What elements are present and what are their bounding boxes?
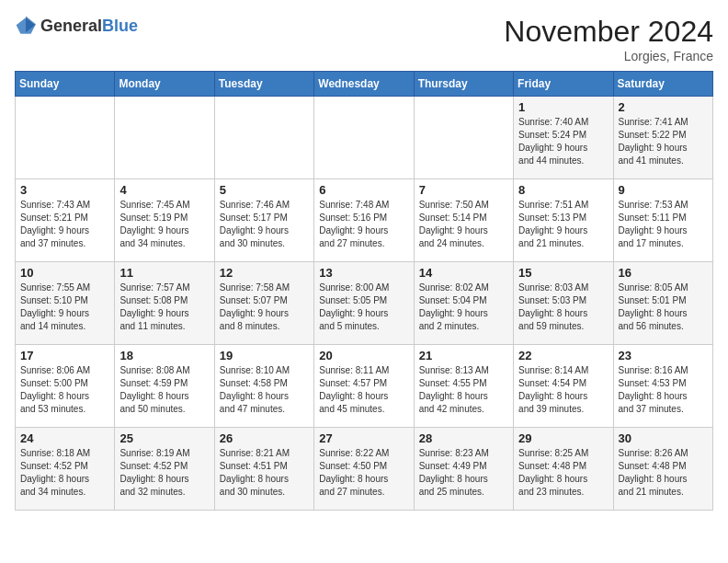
weekday-header: Saturday — [613, 72, 712, 97]
day-info: Sunrise: 8:03 AM Sunset: 5:03 PM Dayligh… — [518, 282, 608, 333]
calendar-week-row: 1Sunrise: 7:40 AM Sunset: 5:24 PM Daylig… — [16, 97, 713, 179]
day-number: 29 — [518, 431, 608, 445]
day-number: 5 — [220, 183, 309, 197]
calendar-day-cell: 10Sunrise: 7:55 AM Sunset: 5:10 PM Dayli… — [16, 262, 115, 345]
calendar-day-cell: 7Sunrise: 7:50 AM Sunset: 5:14 PM Daylig… — [414, 179, 513, 262]
day-info: Sunrise: 8:26 AM Sunset: 4:48 PM Dayligh… — [619, 447, 708, 499]
calendar-day-cell: 27Sunrise: 8:22 AM Sunset: 4:50 PM Dayli… — [314, 428, 414, 511]
location: Lorgies, France — [504, 49, 713, 63]
calendar-day-cell — [16, 97, 115, 179]
calendar-day-cell: 6Sunrise: 7:48 AM Sunset: 5:16 PM Daylig… — [314, 179, 414, 262]
page-header: GeneralBlue November 2024 Lorgies, Franc… — [15, 15, 713, 63]
day-number: 1 — [518, 100, 608, 114]
day-info: Sunrise: 8:18 AM Sunset: 4:52 PM Dayligh… — [20, 447, 109, 499]
day-number: 19 — [220, 349, 309, 362]
calendar-day-cell: 1Sunrise: 7:40 AM Sunset: 5:24 PM Daylig… — [514, 97, 613, 179]
weekday-header: Monday — [115, 72, 214, 97]
day-number: 10 — [20, 266, 109, 280]
day-info: Sunrise: 7:43 AM Sunset: 5:21 PM Dayligh… — [20, 199, 109, 250]
day-info: Sunrise: 7:48 AM Sunset: 5:16 PM Dayligh… — [319, 199, 408, 250]
calendar-day-cell: 21Sunrise: 8:13 AM Sunset: 4:55 PM Dayli… — [414, 345, 513, 428]
calendar-day-cell: 26Sunrise: 8:21 AM Sunset: 4:51 PM Dayli… — [214, 428, 313, 511]
day-number: 24 — [20, 431, 109, 445]
day-info: Sunrise: 7:57 AM Sunset: 5:08 PM Dayligh… — [119, 282, 209, 333]
day-info: Sunrise: 8:08 AM Sunset: 4:59 PM Dayligh… — [119, 364, 209, 416]
day-info: Sunrise: 7:50 AM Sunset: 5:14 PM Dayligh… — [419, 199, 508, 250]
calendar-table: SundayMondayTuesdayWednesdayThursdayFrid… — [15, 71, 713, 511]
weekday-header: Sunday — [16, 72, 115, 97]
calendar-day-cell: 28Sunrise: 8:23 AM Sunset: 4:49 PM Dayli… — [414, 428, 513, 511]
day-number: 8 — [518, 183, 608, 197]
logo: GeneralBlue — [15, 15, 138, 37]
calendar-day-cell — [314, 97, 414, 179]
day-info: Sunrise: 7:40 AM Sunset: 5:24 PM Dayligh… — [518, 116, 608, 167]
day-info: Sunrise: 7:53 AM Sunset: 5:11 PM Dayligh… — [619, 199, 708, 250]
day-info: Sunrise: 8:19 AM Sunset: 4:52 PM Dayligh… — [119, 447, 209, 499]
day-info: Sunrise: 8:16 AM Sunset: 4:53 PM Dayligh… — [619, 364, 708, 416]
day-info: Sunrise: 7:41 AM Sunset: 5:22 PM Dayligh… — [619, 116, 708, 167]
day-number: 3 — [20, 183, 109, 197]
calendar-day-cell: 29Sunrise: 8:25 AM Sunset: 4:48 PM Dayli… — [514, 428, 613, 511]
day-number: 11 — [119, 266, 209, 280]
calendar-day-cell: 13Sunrise: 8:00 AM Sunset: 5:05 PM Dayli… — [314, 262, 414, 345]
day-number: 22 — [518, 349, 608, 362]
calendar-day-cell: 11Sunrise: 7:57 AM Sunset: 5:08 PM Dayli… — [115, 262, 214, 345]
day-info: Sunrise: 8:21 AM Sunset: 4:51 PM Dayligh… — [220, 447, 309, 499]
day-number: 6 — [319, 183, 408, 197]
month-title: November 2024 — [504, 15, 713, 49]
calendar-day-cell: 12Sunrise: 7:58 AM Sunset: 5:07 PM Dayli… — [214, 262, 313, 345]
calendar-day-cell — [214, 97, 313, 179]
day-info: Sunrise: 7:46 AM Sunset: 5:17 PM Dayligh… — [220, 199, 309, 250]
weekday-header: Thursday — [414, 72, 513, 97]
day-info: Sunrise: 7:45 AM Sunset: 5:19 PM Dayligh… — [119, 199, 209, 250]
day-number: 20 — [319, 349, 408, 362]
day-number: 13 — [319, 266, 408, 280]
day-number: 9 — [619, 183, 708, 197]
day-info: Sunrise: 8:00 AM Sunset: 5:05 PM Dayligh… — [319, 282, 408, 333]
calendar-day-cell: 19Sunrise: 8:10 AM Sunset: 4:58 PM Dayli… — [214, 345, 313, 428]
day-number: 7 — [419, 183, 508, 197]
day-info: Sunrise: 8:14 AM Sunset: 4:54 PM Dayligh… — [518, 364, 608, 416]
day-info: Sunrise: 8:06 AM Sunset: 5:00 PM Dayligh… — [20, 364, 109, 416]
day-info: Sunrise: 8:02 AM Sunset: 5:04 PM Dayligh… — [419, 282, 508, 333]
day-number: 12 — [220, 266, 309, 280]
calendar-day-cell: 15Sunrise: 8:03 AM Sunset: 5:03 PM Dayli… — [514, 262, 613, 345]
day-info: Sunrise: 7:58 AM Sunset: 5:07 PM Dayligh… — [220, 282, 309, 333]
logo-icon — [15, 15, 37, 37]
calendar-day-cell: 2Sunrise: 7:41 AM Sunset: 5:22 PM Daylig… — [613, 97, 712, 179]
calendar-day-cell: 3Sunrise: 7:43 AM Sunset: 5:21 PM Daylig… — [16, 179, 115, 262]
day-info: Sunrise: 8:25 AM Sunset: 4:48 PM Dayligh… — [518, 447, 608, 499]
calendar-day-cell: 30Sunrise: 8:26 AM Sunset: 4:48 PM Dayli… — [613, 428, 712, 511]
calendar-day-cell — [414, 97, 513, 179]
calendar-day-cell: 16Sunrise: 8:05 AM Sunset: 5:01 PM Dayli… — [613, 262, 712, 345]
day-number: 26 — [220, 431, 309, 445]
day-number: 27 — [319, 431, 408, 445]
weekday-header-row: SundayMondayTuesdayWednesdayThursdayFrid… — [16, 72, 713, 97]
calendar-day-cell: 24Sunrise: 8:18 AM Sunset: 4:52 PM Dayli… — [16, 428, 115, 511]
day-number: 14 — [419, 266, 508, 280]
calendar-day-cell — [115, 97, 214, 179]
calendar-day-cell: 5Sunrise: 7:46 AM Sunset: 5:17 PM Daylig… — [214, 179, 313, 262]
day-info: Sunrise: 7:51 AM Sunset: 5:13 PM Dayligh… — [518, 199, 608, 250]
calendar-week-row: 3Sunrise: 7:43 AM Sunset: 5:21 PM Daylig… — [16, 179, 713, 262]
day-number: 28 — [419, 431, 508, 445]
day-number: 4 — [119, 183, 209, 197]
calendar-day-cell: 8Sunrise: 7:51 AM Sunset: 5:13 PM Daylig… — [514, 179, 613, 262]
calendar-day-cell: 14Sunrise: 8:02 AM Sunset: 5:04 PM Dayli… — [414, 262, 513, 345]
calendar-week-row: 24Sunrise: 8:18 AM Sunset: 4:52 PM Dayli… — [16, 428, 713, 511]
calendar-day-cell: 23Sunrise: 8:16 AM Sunset: 4:53 PM Dayli… — [613, 345, 712, 428]
day-info: Sunrise: 8:05 AM Sunset: 5:01 PM Dayligh… — [619, 282, 708, 333]
day-info: Sunrise: 7:55 AM Sunset: 5:10 PM Dayligh… — [20, 282, 109, 333]
logo-text-general: General — [40, 17, 102, 35]
weekday-header: Friday — [514, 72, 613, 97]
day-number: 15 — [518, 266, 608, 280]
day-info: Sunrise: 8:11 AM Sunset: 4:57 PM Dayligh… — [319, 364, 408, 416]
logo-text-blue: Blue — [102, 17, 138, 35]
weekday-header: Wednesday — [314, 72, 414, 97]
day-info: Sunrise: 8:23 AM Sunset: 4:49 PM Dayligh… — [419, 447, 508, 499]
day-info: Sunrise: 8:22 AM Sunset: 4:50 PM Dayligh… — [319, 447, 408, 499]
day-number: 18 — [119, 349, 209, 362]
calendar-day-cell: 25Sunrise: 8:19 AM Sunset: 4:52 PM Dayli… — [115, 428, 214, 511]
calendar-day-cell: 18Sunrise: 8:08 AM Sunset: 4:59 PM Dayli… — [115, 345, 214, 428]
day-number: 17 — [20, 349, 109, 362]
